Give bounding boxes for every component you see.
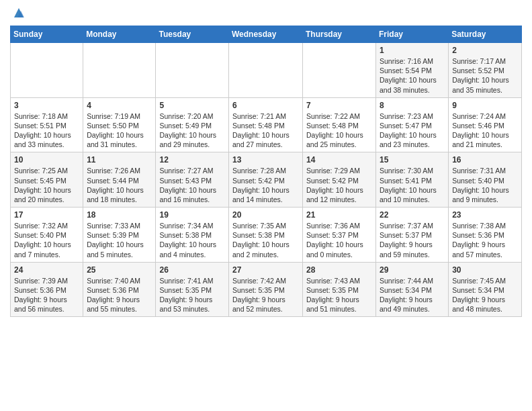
calendar-day-cell	[303, 43, 376, 98]
calendar-day-cell: 27Sunrise: 7:42 AMSunset: 5:35 PMDayligh…	[229, 262, 303, 317]
day-info-line: Sunset: 5:38 PM	[159, 230, 225, 240]
day-info-line: Sunset: 5:47 PM	[380, 121, 445, 130]
day-info-line: Sunset: 5:49 PM	[159, 121, 225, 130]
calendar-day-cell: 12Sunrise: 7:27 AMSunset: 5:43 PMDayligh…	[156, 152, 229, 208]
day-info-line: Sunset: 5:34 PM	[452, 285, 518, 295]
day-info-line: Sunset: 5:35 PM	[232, 285, 299, 295]
day-info-line: Daylight: 10 hours and 18 minutes.	[87, 185, 152, 204]
day-info-line: Sunrise: 7:37 AM	[380, 221, 445, 230]
calendar-day-cell: 14Sunrise: 7:29 AMSunset: 5:42 PMDayligh…	[303, 152, 376, 208]
day-info-line: Sunrise: 7:40 AM	[87, 276, 152, 285]
day-info-line: Daylight: 10 hours and 12 minutes.	[306, 185, 372, 204]
calendar-day-cell: 4Sunrise: 7:19 AMSunset: 5:50 PMDaylight…	[83, 97, 156, 152]
calendar-week-row: 17Sunrise: 7:32 AMSunset: 5:40 PMDayligh…	[11, 208, 522, 263]
calendar-day-cell: 18Sunrise: 7:33 AMSunset: 5:39 PMDayligh…	[83, 208, 156, 263]
day-number: 23	[452, 210, 518, 220]
calendar-day-cell: 2Sunrise: 7:17 AMSunset: 5:52 PMDaylight…	[449, 43, 522, 98]
calendar-day-cell: 24Sunrise: 7:39 AMSunset: 5:36 PMDayligh…	[11, 262, 83, 317]
day-number: 11	[87, 155, 152, 165]
day-info-line: Daylight: 9 hours and 48 minutes.	[452, 295, 518, 314]
calendar-day-cell: 5Sunrise: 7:20 AMSunset: 5:49 PMDaylight…	[156, 97, 229, 152]
day-number: 28	[306, 265, 372, 275]
weekday-header-cell: Saturday	[449, 26, 522, 43]
day-info-line: Sunrise: 7:28 AM	[232, 166, 299, 175]
day-number: 8	[380, 101, 445, 110]
calendar-week-row: 3Sunrise: 7:18 AMSunset: 5:51 PMDaylight…	[11, 97, 522, 152]
day-info-line: Daylight: 9 hours and 53 minutes.	[159, 295, 225, 314]
day-info-line: Sunset: 5:46 PM	[452, 121, 518, 130]
day-info-line: Sunset: 5:45 PM	[14, 176, 79, 185]
day-number: 10	[14, 155, 79, 165]
day-info-line: Daylight: 10 hours and 5 minutes.	[87, 240, 152, 259]
day-info-line: Sunrise: 7:23 AM	[380, 111, 445, 121]
weekday-header-cell: Monday	[83, 26, 156, 43]
day-number: 24	[14, 265, 79, 275]
day-number: 14	[306, 155, 372, 165]
day-info-line: Sunset: 5:41 PM	[380, 176, 445, 185]
day-info-line: Sunrise: 7:17 AM	[452, 56, 518, 66]
day-info-line: Sunrise: 7:44 AM	[380, 276, 445, 285]
weekday-header-cell: Friday	[376, 26, 449, 43]
day-info-line: Sunset: 5:42 PM	[306, 176, 372, 185]
day-info-line: Sunset: 5:48 PM	[232, 121, 299, 130]
calendar-day-cell: 6Sunrise: 7:21 AMSunset: 5:48 PMDaylight…	[229, 97, 303, 152]
day-info-line: Sunset: 5:44 PM	[87, 176, 152, 185]
day-info-line: Sunrise: 7:33 AM	[87, 221, 152, 230]
day-info-line: Daylight: 9 hours and 51 minutes.	[306, 295, 372, 314]
day-info-line: Daylight: 9 hours and 57 minutes.	[452, 240, 518, 259]
day-info-line: Daylight: 10 hours and 0 minutes.	[306, 240, 372, 259]
header	[10, 7, 522, 20]
day-number: 4	[87, 101, 152, 110]
day-number: 12	[159, 155, 225, 165]
calendar-day-cell: 3Sunrise: 7:18 AMSunset: 5:51 PMDaylight…	[11, 97, 83, 152]
logo-text	[10, 7, 26, 20]
day-number: 21	[306, 210, 372, 220]
day-number: 13	[232, 155, 299, 165]
day-info-line: Sunset: 5:51 PM	[14, 121, 79, 130]
day-number: 5	[159, 101, 225, 110]
day-info-line: Daylight: 10 hours and 38 minutes.	[380, 75, 445, 94]
calendar-day-cell: 10Sunrise: 7:25 AMSunset: 5:45 PMDayligh…	[11, 152, 83, 208]
day-info-line: Sunrise: 7:41 AM	[159, 276, 225, 285]
day-info-line: Sunrise: 7:27 AM	[159, 166, 225, 175]
day-info-line: Daylight: 10 hours and 20 minutes.	[14, 185, 79, 204]
day-info-line: Daylight: 10 hours and 33 minutes.	[14, 130, 79, 149]
day-number: 29	[380, 265, 445, 275]
weekday-header-cell: Wednesday	[229, 26, 303, 43]
day-number: 9	[452, 101, 518, 110]
day-number: 6	[232, 101, 299, 110]
calendar-day-cell: 9Sunrise: 7:24 AMSunset: 5:46 PMDaylight…	[449, 97, 522, 152]
calendar-day-cell: 11Sunrise: 7:26 AMSunset: 5:44 PMDayligh…	[83, 152, 156, 208]
day-info-line: Sunrise: 7:19 AM	[87, 111, 152, 121]
calendar-week-row: 1Sunrise: 7:16 AMSunset: 5:54 PMDaylight…	[11, 43, 522, 98]
day-info-line: Sunset: 5:36 PM	[14, 285, 79, 295]
day-info-line: Sunset: 5:37 PM	[306, 230, 372, 240]
calendar-day-cell: 23Sunrise: 7:38 AMSunset: 5:36 PMDayligh…	[449, 208, 522, 263]
day-info-line: Sunrise: 7:38 AM	[452, 221, 518, 230]
day-info-line: Daylight: 10 hours and 25 minutes.	[306, 130, 372, 149]
logo-area	[10, 7, 26, 20]
calendar-day-cell: 25Sunrise: 7:40 AMSunset: 5:36 PMDayligh…	[83, 262, 156, 317]
calendar-day-cell	[229, 43, 303, 98]
day-info-line: Daylight: 10 hours and 29 minutes.	[159, 130, 225, 149]
day-info-line: Sunrise: 7:30 AM	[380, 166, 445, 175]
calendar-day-cell: 20Sunrise: 7:35 AMSunset: 5:38 PMDayligh…	[229, 208, 303, 263]
day-info-line: Daylight: 9 hours and 56 minutes.	[14, 295, 79, 314]
day-info-line: Sunrise: 7:25 AM	[14, 166, 79, 175]
day-info-line: Sunset: 5:42 PM	[232, 176, 299, 185]
day-info-line: Sunset: 5:37 PM	[380, 230, 445, 240]
day-info-line: Sunrise: 7:21 AM	[232, 111, 299, 121]
day-info-line: Daylight: 10 hours and 14 minutes.	[232, 185, 299, 204]
day-info-line: Sunrise: 7:26 AM	[87, 166, 152, 175]
day-info-line: Sunset: 5:50 PM	[87, 121, 152, 130]
calendar-day-cell: 7Sunrise: 7:22 AMSunset: 5:48 PMDaylight…	[303, 97, 376, 152]
day-info-line: Sunrise: 7:35 AM	[232, 221, 299, 230]
day-info-line: Sunset: 5:54 PM	[380, 66, 445, 75]
day-info-line: Daylight: 10 hours and 35 minutes.	[452, 75, 518, 94]
day-info-line: Daylight: 10 hours and 2 minutes.	[232, 240, 299, 259]
day-info-line: Daylight: 10 hours and 7 minutes.	[14, 240, 79, 259]
day-info-line: Daylight: 9 hours and 55 minutes.	[87, 295, 152, 314]
day-info-line: Sunset: 5:40 PM	[14, 230, 79, 240]
weekday-header-cell: Tuesday	[156, 26, 229, 43]
calendar-day-cell: 17Sunrise: 7:32 AMSunset: 5:40 PMDayligh…	[11, 208, 83, 263]
